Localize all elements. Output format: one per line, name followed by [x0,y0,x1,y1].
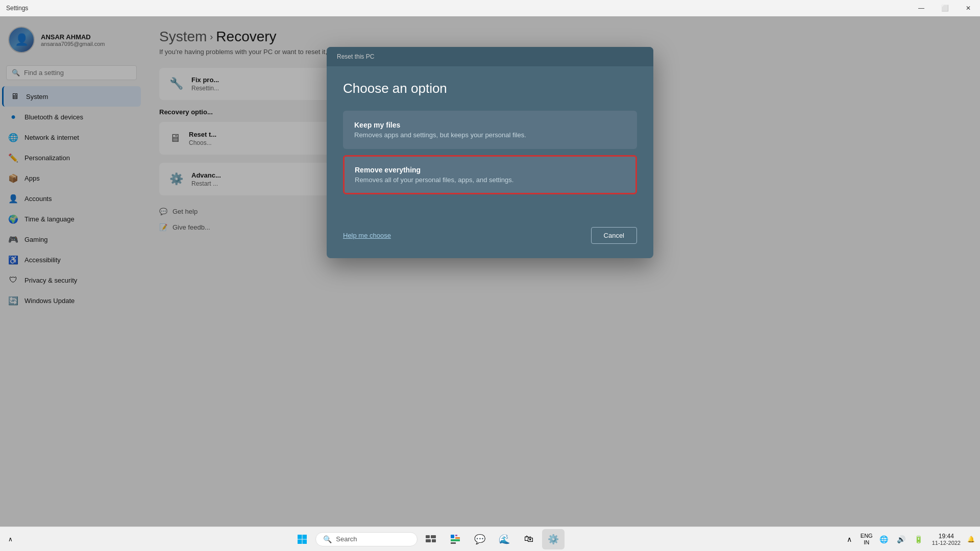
svg-rect-2 [298,539,302,544]
keep-files-title: Keep my files [354,121,626,129]
remove-everything-title: Remove everything [355,166,625,174]
cancel-button[interactable]: Cancel [591,227,637,244]
edge-button[interactable]: 🌊 [493,529,516,549]
network-tray-icon[interactable]: 🌐 [876,529,892,549]
lang-text: ENG [861,533,873,539]
start-button[interactable] [291,529,313,549]
taskbar-left: ∧ [0,534,15,545]
settings-taskbar-icon: ⚙️ [548,534,559,545]
title-bar: Settings — ⬜ ✕ [0,0,980,16]
windows-icon [297,534,307,544]
dialog-overlay: Reset this PC Choose an option Keep my f… [0,16,980,527]
store-icon: 🛍 [524,534,533,544]
maximize-button[interactable]: ⬜ [933,0,957,16]
lang-region: IN [864,539,869,545]
taskbar: ∧ 🔍 Search [0,527,980,551]
svg-rect-10 [455,537,460,539]
system-tray: ∧ ENG IN 🌐 🔊 🔋 19:44 11-12-2022 🔔 [841,529,976,549]
dialog-title-bar: Reset this PC [327,47,653,66]
svg-rect-6 [426,539,431,542]
settings-taskbar-button[interactable]: ⚙️ [542,529,565,549]
remove-everything-desc: Removes all of your personal files, apps… [355,176,625,184]
widgets-button[interactable] [444,529,467,549]
remove-everything-option[interactable]: Remove everything Removes all of your pe… [343,155,637,194]
dialog-footer: Help me choose Cancel [327,217,653,258]
taskbar-search[interactable]: 🔍 Search [315,532,418,546]
svg-rect-12 [451,542,456,544]
clock-time: 19:44 [939,533,954,540]
taskbar-center: 🔍 Search 💬 [291,529,565,549]
tray-icons: ∧ ENG IN 🌐 🔊 🔋 [841,529,927,549]
task-view-icon [426,535,436,543]
notification-button[interactable]: 🔔 [966,529,976,549]
keep-files-desc: Removes apps and settings, but keeps you… [354,131,626,139]
taskbar-search-icon: 🔍 [323,535,332,543]
battery-icon[interactable]: 🔋 [911,529,927,549]
chat-icon: 💬 [474,534,485,545]
svg-rect-9 [455,535,457,536]
svg-rect-11 [451,539,460,541]
volume-icon[interactable]: 🔊 [893,529,910,549]
minimize-button[interactable]: — [910,0,933,16]
task-view-button[interactable] [420,529,442,549]
svg-rect-4 [426,535,430,538]
close-button[interactable]: ✕ [957,0,980,16]
widgets-icon [451,535,460,544]
dialog-title-text: Reset this PC [337,53,374,60]
clock-date: 11-12-2022 [932,540,961,546]
svg-rect-8 [451,535,454,538]
title-bar-left: Settings [6,5,28,12]
svg-rect-5 [431,535,436,538]
tray-up-arrow[interactable]: ∧ [841,529,857,549]
keep-files-option[interactable]: Keep my files Removes apps and settings,… [343,111,637,149]
svg-rect-7 [432,539,436,542]
chat-button[interactable]: 💬 [469,529,491,549]
dialog-body: Choose an option Keep my files Removes a… [327,66,653,217]
svg-rect-3 [303,539,307,544]
clock-area[interactable]: 19:44 11-12-2022 [928,529,965,549]
settings-title: Settings [6,5,28,12]
overflow-icon[interactable]: ∧ [6,534,15,545]
svg-rect-1 [303,535,307,539]
edge-icon: 🌊 [499,534,510,545]
help-me-choose-link[interactable]: Help me choose [343,232,391,239]
taskbar-search-label: Search [336,535,357,543]
dialog-heading: Choose an option [343,81,637,96]
svg-rect-0 [298,535,302,539]
taskbar-right: ∧ ENG IN 🌐 🔊 🔋 19:44 11-12-2022 🔔 [841,529,980,549]
language-icon[interactable]: ENG IN [859,529,875,549]
reset-dialog: Reset this PC Choose an option Keep my f… [327,47,653,258]
title-bar-controls: — ⬜ ✕ [910,0,980,16]
store-button[interactable]: 🛍 [518,529,540,549]
